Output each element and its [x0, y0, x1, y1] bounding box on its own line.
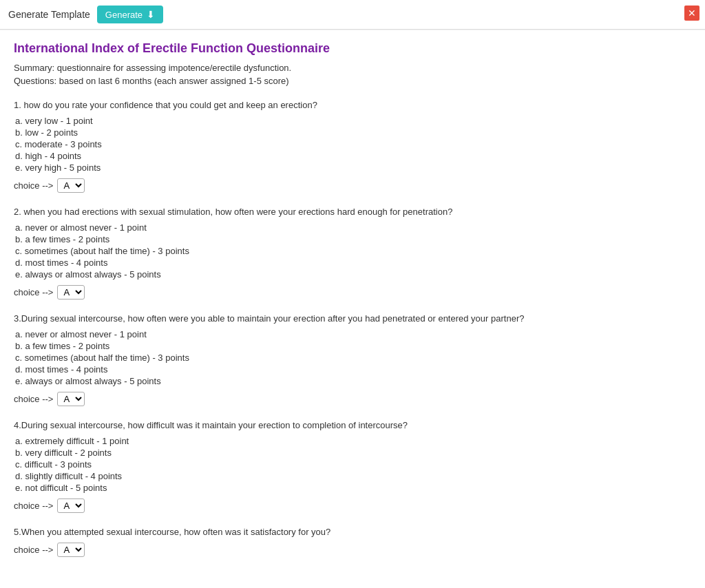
questionnaire-title: International Index of Erectile Function…: [14, 41, 691, 56]
answer-option-4-1: a. extremely difficult - 1 point: [14, 436, 691, 446]
choice-row-1: choice -->ABCDE: [14, 178, 691, 193]
answer-option-3-5: e. always or almost always - 5 points: [14, 376, 691, 386]
answer-option-2-5: e. always or almost always - 5 points: [14, 269, 691, 280]
summary-line-2: Questions: based on last 6 months (each …: [14, 76, 691, 86]
answer-option-4-3: c. difficult - 3 points: [14, 459, 691, 470]
close-button[interactable]: ✕: [684, 6, 699, 21]
generate-button[interactable]: Generate ⬇: [97, 6, 163, 23]
choice-select-4[interactable]: ABCDE: [57, 498, 85, 513]
answer-option-2-4: d. most times - 4 points: [14, 258, 691, 268]
choice-row-4: choice -->ABCDE: [14, 498, 691, 513]
choice-select-5[interactable]: ABCDE: [57, 543, 85, 557]
answer-option-2-3: c. sometimes (about half the time) - 3 p…: [14, 246, 691, 256]
question-block-3: 3.During sexual intercourse, how often w…: [14, 313, 691, 406]
generate-icon: ⬇: [147, 9, 155, 20]
summary-line-1: Summary: questionnaire for assessing imp…: [14, 63, 691, 73]
answer-option-2-1: a. never or almost never - 1 point: [14, 222, 691, 233]
question-text-3: 3.During sexual intercourse, how often w…: [14, 313, 691, 324]
question-text-4: 4.During sexual intercourse, how difficu…: [14, 420, 691, 430]
choice-row-2: choice -->ABCDE: [14, 285, 691, 300]
answer-option-1-2: b. low - 2 points: [14, 127, 691, 138]
choice-select-3[interactable]: ABCDE: [57, 392, 85, 406]
choice-select-1[interactable]: ABCDE: [57, 178, 85, 193]
header-bar: Generate Template Generate ⬇: [0, 0, 705, 30]
answer-option-4-5: e. not difficult - 5 points: [14, 483, 691, 493]
choice-select-2[interactable]: ABCDE: [57, 285, 85, 300]
answer-option-1-5: e. very high - 5 points: [14, 162, 691, 173]
choice-row-5: choice -->ABCDE: [14, 543, 691, 557]
question-block-5: 5.When you attempted sexual intercourse,…: [14, 527, 691, 557]
question-text-1: 1. how do you rate your confidence that …: [14, 100, 691, 110]
answer-option-1-4: d. high - 4 points: [14, 151, 691, 161]
question-text-5: 5.When you attempted sexual intercourse,…: [14, 527, 691, 537]
choice-label-4: choice -->: [14, 501, 53, 511]
choice-row-3: choice -->ABCDE: [14, 392, 691, 406]
question-block-1: 1. how do you rate your confidence that …: [14, 100, 691, 193]
generate-label: Generate: [105, 10, 143, 20]
answer-option-3-2: b. a few times - 2 points: [14, 341, 691, 351]
question-text-2: 2. when you had erections with sexual st…: [14, 207, 691, 217]
question-block-2: 2. when you had erections with sexual st…: [14, 207, 691, 300]
answer-option-2-2: b. a few times - 2 points: [14, 234, 691, 244]
header-title: Generate Template: [8, 9, 90, 20]
answer-option-3-4: d. most times - 4 points: [14, 364, 691, 375]
answer-option-3-1: a. never or almost never - 1 point: [14, 329, 691, 339]
choice-label-1: choice -->: [14, 180, 53, 191]
main-content: International Index of Erectile Function…: [0, 30, 705, 588]
answer-option-1-1: a. very low - 1 point: [14, 116, 691, 126]
questions-container: 1. how do you rate your confidence that …: [14, 100, 691, 557]
question-block-4: 4.During sexual intercourse, how difficu…: [14, 420, 691, 513]
choice-label-3: choice -->: [14, 394, 53, 404]
choice-label-2: choice -->: [14, 287, 53, 297]
choice-label-5: choice -->: [14, 545, 53, 555]
answer-option-4-4: d. slightly difficult - 4 points: [14, 471, 691, 481]
answer-option-1-3: c. moderate - 3 points: [14, 139, 691, 149]
answer-option-4-2: b. very difficult - 2 points: [14, 448, 691, 458]
answer-option-3-3: c. sometimes (about half the time) - 3 p…: [14, 353, 691, 363]
